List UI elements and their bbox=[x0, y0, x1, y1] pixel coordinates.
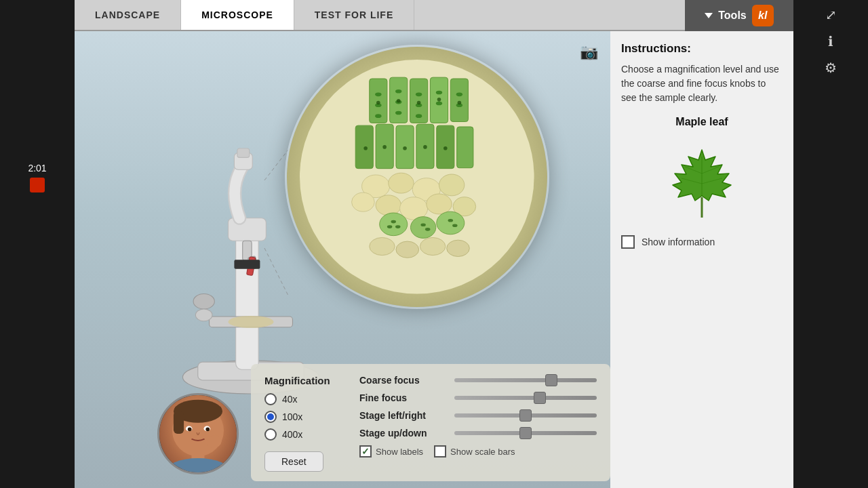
show-info-row: Show information bbox=[621, 235, 783, 249]
tools-badge: kl bbox=[752, 5, 774, 26]
radio-label-400x: 400x bbox=[282, 429, 302, 440]
svg-point-32 bbox=[436, 102, 442, 106]
nav-bar: LANDSCAPE MICROSCOPE TEST FOR LIFE bbox=[75, 0, 685, 31]
tab-landscape[interactable]: LANDSCAPE bbox=[75, 0, 181, 30]
svg-point-56 bbox=[421, 224, 426, 227]
radio-option-100x[interactable]: 100x bbox=[264, 411, 346, 423]
tab-microscope[interactable]: MICROSCOPE bbox=[181, 0, 294, 30]
cell-view bbox=[287, 47, 547, 307]
svg-point-22 bbox=[375, 93, 381, 97]
svg-point-80 bbox=[205, 428, 210, 432]
show-labels-option[interactable]: Show labels bbox=[359, 445, 423, 458]
reset-button[interactable]: Reset bbox=[264, 451, 323, 472]
radio-option-40x[interactable]: 40x bbox=[264, 393, 346, 405]
svg-point-73 bbox=[443, 146, 448, 150]
fine-focus-row: Fine focus bbox=[359, 392, 597, 403]
svg-point-24 bbox=[375, 115, 381, 119]
svg-point-55 bbox=[387, 225, 392, 228]
instructions-text: Choose a magnification level and use the… bbox=[621, 62, 783, 105]
stage-ud-thumb[interactable] bbox=[519, 427, 532, 439]
tab-testforlife[interactable]: TEST FOR LIFE bbox=[294, 0, 414, 30]
show-labels-label: Show labels bbox=[376, 447, 423, 457]
svg-point-59 bbox=[452, 224, 457, 228]
svg-point-52 bbox=[437, 211, 465, 235]
coarse-focus-label: Coarse focus bbox=[359, 375, 448, 386]
svg-rect-15 bbox=[234, 260, 260, 268]
webcam-feed bbox=[157, 393, 239, 474]
svg-point-62 bbox=[420, 238, 446, 256]
stage-ud-row: Stage up/down bbox=[359, 428, 597, 439]
svg-point-65 bbox=[397, 99, 401, 103]
tools-label: Tools bbox=[718, 9, 746, 22]
svg-point-25 bbox=[395, 89, 401, 94]
stage-ud-label: Stage up/down bbox=[359, 428, 448, 439]
settings-icon[interactable]: ⚙ bbox=[825, 60, 837, 76]
stage-lr-track bbox=[454, 413, 597, 418]
stage-lr-label: Stage left/right bbox=[359, 410, 448, 421]
show-labels-checkbox[interactable] bbox=[359, 445, 372, 458]
svg-point-71 bbox=[403, 146, 407, 150]
info-icon[interactable]: ℹ bbox=[828, 33, 833, 49]
specimen-title: Maple leaf bbox=[621, 116, 783, 128]
svg-point-27 bbox=[395, 111, 401, 115]
svg-point-67 bbox=[437, 98, 441, 102]
radio-100x[interactable] bbox=[264, 411, 277, 423]
svg-point-63 bbox=[447, 240, 470, 256]
svg-point-28 bbox=[416, 93, 422, 97]
stage-lr-row: Stage left/right bbox=[359, 410, 597, 421]
show-scale-option[interactable]: Show scale bars bbox=[434, 445, 515, 458]
svg-point-45 bbox=[376, 195, 401, 216]
svg-point-68 bbox=[458, 101, 462, 105]
sliders-column: Coarse focus Fine focus Stage left/right bbox=[359, 375, 597, 472]
resize-icon[interactable]: ⤢ bbox=[825, 7, 837, 23]
svg-point-61 bbox=[396, 241, 419, 258]
coarse-focus-thumb[interactable] bbox=[545, 374, 557, 386]
svg-point-66 bbox=[417, 101, 421, 105]
svg-point-72 bbox=[423, 145, 427, 149]
radio-option-400x[interactable]: 400x bbox=[264, 428, 346, 441]
maple-leaf-svg bbox=[658, 136, 746, 224]
tools-button[interactable]: Tools kl bbox=[685, 0, 793, 31]
svg-point-33 bbox=[456, 93, 462, 97]
show-info-label: Show information bbox=[642, 237, 715, 247]
stage-ud-track bbox=[454, 431, 597, 435]
svg-point-60 bbox=[370, 238, 395, 256]
radio-40x[interactable] bbox=[264, 393, 277, 405]
svg-point-64 bbox=[376, 101, 380, 105]
svg-point-14 bbox=[195, 309, 212, 321]
radio-400x[interactable] bbox=[264, 428, 277, 441]
fine-focus-label: Fine focus bbox=[359, 392, 448, 403]
magnification-header: Magnification bbox=[264, 375, 346, 386]
radio-label-40x: 40x bbox=[282, 394, 298, 405]
cell-detail-svg bbox=[300, 60, 534, 294]
tools-dropdown-icon bbox=[705, 13, 713, 18]
left-sidebar: 2:01 bbox=[0, 0, 75, 488]
svg-rect-40 bbox=[457, 127, 473, 168]
record-button[interactable] bbox=[30, 178, 45, 192]
magnification-column: Magnification 40x 100x 400x Reset bbox=[264, 375, 346, 472]
svg-point-70 bbox=[383, 145, 387, 149]
fine-focus-track bbox=[454, 396, 597, 400]
svg-point-50 bbox=[380, 213, 408, 236]
svg-point-82 bbox=[166, 458, 231, 474]
camera-button[interactable]: 📷 bbox=[580, 43, 598, 61]
show-scale-checkbox[interactable] bbox=[434, 445, 446, 458]
show-scale-label: Show scale bars bbox=[450, 447, 515, 457]
svg-point-69 bbox=[364, 146, 368, 150]
svg-point-6 bbox=[228, 316, 273, 328]
svg-point-44 bbox=[439, 174, 465, 196]
timer-display: 2:01 bbox=[28, 163, 46, 174]
right-panel: Instructions: Choose a magnification lev… bbox=[610, 31, 793, 488]
radio-label-100x: 100x bbox=[282, 411, 302, 422]
svg-point-13 bbox=[193, 294, 214, 309]
maple-leaf-container bbox=[621, 136, 783, 224]
svg-point-51 bbox=[411, 217, 436, 239]
svg-point-49 bbox=[352, 192, 375, 211]
svg-rect-21 bbox=[450, 79, 468, 122]
show-info-checkbox[interactable] bbox=[621, 235, 635, 249]
stage-lr-thumb[interactable] bbox=[519, 409, 532, 422]
svg-point-54 bbox=[395, 225, 400, 228]
coarse-focus-row: Coarse focus bbox=[359, 375, 597, 386]
fine-focus-thumb[interactable] bbox=[534, 392, 546, 404]
svg-rect-76 bbox=[174, 411, 184, 434]
